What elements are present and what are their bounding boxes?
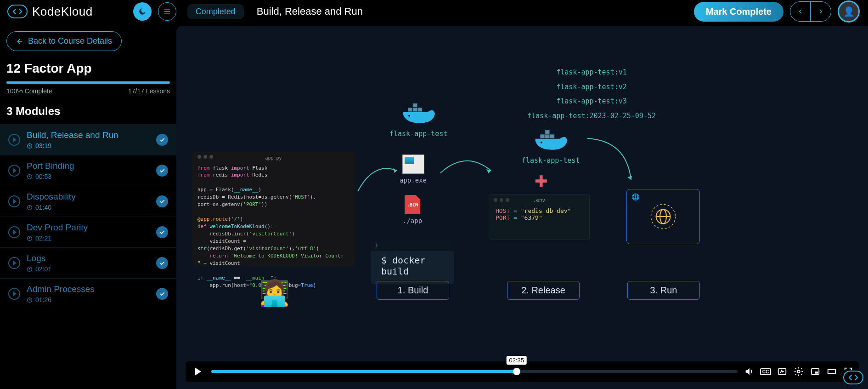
settings-button[interactable] — [794, 366, 804, 377]
back-to-course-button[interactable]: Back to Course Details — [6, 31, 122, 51]
stage-release-label: 2. Release — [507, 281, 580, 300]
svg-rect-11 — [541, 134, 545, 138]
clock-icon — [27, 205, 33, 211]
lesson-name: Disposability — [27, 192, 150, 202]
topbar: KodeKloud Completed Build, Release and R… — [0, 0, 868, 23]
volume-button[interactable] — [744, 366, 754, 377]
video-area: app.py from flask import Flaskfrom redis… — [176, 26, 868, 389]
svg-rect-7 — [413, 108, 417, 111]
lesson-complete-badge — [156, 165, 168, 177]
floating-brand-badge[interactable] — [843, 371, 863, 384]
image-tag-list: flask-app-test:v1flask-app-test:v2flask-… — [481, 65, 702, 123]
docker-build-label: flask-app-test — [389, 130, 447, 138]
play-icon — [8, 226, 20, 238]
captions-button[interactable]: CC — [761, 366, 771, 377]
terminal-command: $ docker build — [381, 255, 425, 277]
course-progress-bar — [6, 81, 170, 84]
back-label: Back to Course Details — [28, 36, 112, 46]
gear-icon — [794, 366, 804, 377]
svg-rect-6 — [408, 108, 412, 111]
seek-bar[interactable]: 02:35 — [211, 370, 738, 373]
code-body: from flask import Flaskfrom redis import… — [197, 165, 349, 289]
course-progress-fill — [6, 81, 170, 84]
video-controls: 02:35 CC — [186, 361, 859, 382]
theater-icon — [827, 366, 837, 377]
docker-icon — [400, 102, 437, 127]
brand-logo[interactable]: KodeKloud — [4, 5, 93, 19]
theme-toggle[interactable] — [133, 2, 152, 21]
check-icon — [159, 198, 165, 205]
bin-file-icon: .BIN — [405, 195, 420, 214]
video-control-icons: CC — [744, 366, 853, 377]
svg-point-15 — [541, 142, 542, 143]
docker-icon — [532, 129, 569, 154]
lesson-item[interactable]: Port Binding00:53 — [0, 155, 176, 186]
code-icon — [12, 6, 23, 17]
next-lesson-button[interactable] — [811, 2, 831, 21]
check-icon — [159, 229, 165, 235]
play-icon — [8, 134, 20, 146]
code-window: app.py from flask import Flaskfrom redis… — [192, 151, 355, 266]
cc-icon: CC — [760, 368, 771, 375]
lesson-item[interactable]: Build, Release and Run03:19 — [0, 124, 176, 155]
lesson-item[interactable]: Dev Prod Parity02:21 — [0, 217, 176, 247]
seek-tooltip: 02:35 — [506, 356, 527, 365]
pip-icon — [810, 366, 820, 377]
lesson-item[interactable]: Logs02:01 — [0, 247, 176, 278]
prev-lesson-button[interactable] — [790, 2, 811, 21]
seek-fill — [211, 370, 517, 373]
developer-emoji: 👩‍💻 — [259, 279, 290, 308]
chevron-right-icon — [817, 8, 824, 15]
quality-button[interactable] — [777, 366, 787, 377]
check-icon — [159, 291, 165, 297]
lesson-duration: 02:21 — [27, 235, 150, 242]
clock-icon — [27, 174, 33, 180]
svg-rect-24 — [828, 369, 836, 373]
play-icon — [8, 288, 20, 300]
mark-complete-button[interactable]: Mark Complete — [694, 2, 783, 22]
clock-icon — [27, 297, 33, 303]
seek-thumb[interactable] — [513, 368, 520, 375]
modules-heading: 3 Modules — [0, 105, 176, 124]
lesson-item[interactable]: Disposability01:40 — [0, 186, 176, 217]
run-target-box: 🌐 — [626, 189, 700, 244]
svg-rect-13 — [545, 130, 549, 134]
clock-icon — [27, 266, 33, 272]
flow-arrow-3 — [585, 132, 640, 187]
moon-icon — [138, 7, 147, 16]
env-filename: .env — [489, 197, 589, 203]
quality-icon — [777, 366, 787, 377]
play-button[interactable] — [191, 365, 205, 378]
terminal-window: $ docker build — [371, 241, 454, 284]
svg-rect-14 — [550, 134, 554, 138]
check-icon — [159, 167, 165, 174]
check-icon — [159, 260, 165, 266]
globe-icon — [647, 200, 679, 233]
exe-artifact: app.exe — [400, 154, 427, 184]
lesson-nav — [790, 1, 831, 22]
exe-label: app.exe — [400, 177, 427, 184]
lesson-complete-badge — [156, 195, 168, 207]
stage-run-label: 3. Run — [627, 281, 700, 300]
plus-icon: ✚ — [535, 172, 547, 190]
lesson-complete-badge — [156, 257, 168, 269]
lesson-duration: 00:53 — [27, 173, 150, 180]
menu-toggle[interactable] — [158, 2, 176, 21]
lesson-duration: 01:40 — [27, 204, 150, 211]
hamburger-icon — [163, 7, 171, 16]
sidebar: Back to Course Details 12 Factor App 100… — [0, 23, 176, 389]
clock-icon — [27, 143, 33, 149]
lesson-duration: 01:26 — [27, 296, 150, 303]
lesson-complete-badge — [156, 288, 168, 300]
lesson-item[interactable]: Admin Processes01:26 — [0, 278, 176, 309]
svg-rect-12 — [545, 134, 549, 138]
lesson-name: Admin Processes — [27, 284, 150, 294]
volume-icon — [744, 366, 754, 377]
brand-logo-badge — [7, 5, 28, 18]
pip-button[interactable] — [810, 366, 820, 377]
lesson-list: Build, Release and Run03:19Port Binding0… — [0, 124, 176, 389]
theater-button[interactable] — [827, 366, 837, 377]
user-avatar[interactable]: 👤 — [838, 0, 860, 23]
lesson-complete-badge — [156, 134, 168, 146]
lesson-duration: 02:01 — [27, 265, 150, 273]
